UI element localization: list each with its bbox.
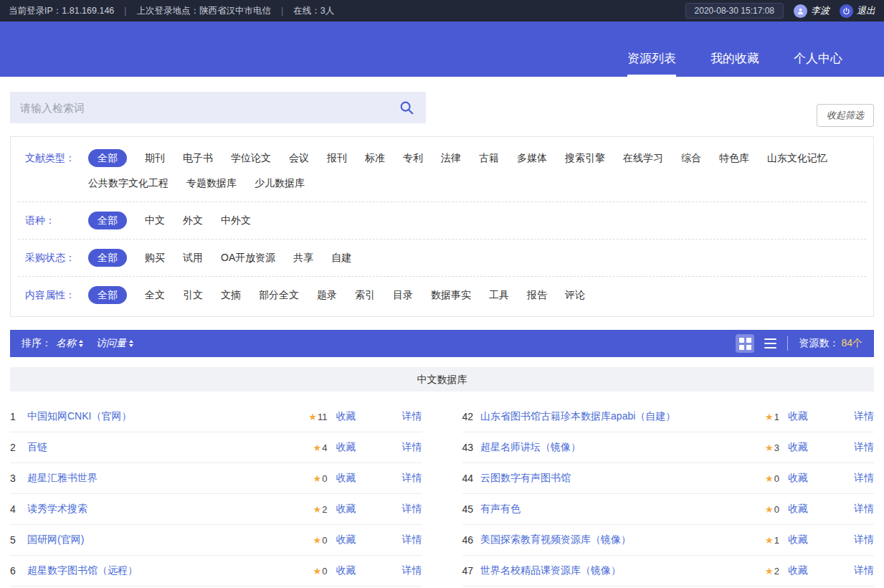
- filter-option[interactable]: 全部: [88, 149, 127, 167]
- detail-link[interactable]: 详情: [854, 472, 874, 485]
- search-input[interactable]: [10, 92, 426, 123]
- detail-link[interactable]: 详情: [402, 441, 422, 454]
- resource-name-link[interactable]: 百链: [27, 441, 306, 454]
- filter-option[interactable]: 报告: [527, 286, 547, 304]
- collect-link[interactable]: 收藏: [336, 534, 356, 546]
- filter-option[interactable]: 外文: [183, 212, 203, 229]
- detail-link[interactable]: 详情: [402, 564, 422, 577]
- nav-tab[interactable]: 我的收藏: [710, 50, 759, 77]
- filter-option[interactable]: 多媒体: [517, 149, 547, 167]
- filter-option[interactable]: 共享: [293, 249, 313, 267]
- user-menu[interactable]: 李波: [794, 4, 830, 18]
- detail-link[interactable]: 详情: [402, 534, 422, 546]
- filter-option[interactable]: 工具: [489, 286, 509, 304]
- sort-arrows-icon: [79, 340, 83, 347]
- sort-option[interactable]: 名称: [56, 337, 83, 350]
- collect-link[interactable]: 收藏: [788, 472, 808, 485]
- filter-option[interactable]: 山东文化记忆: [767, 149, 827, 167]
- grid-view-icon[interactable]: [736, 334, 754, 353]
- search-icon[interactable]: [399, 100, 414, 118]
- collect-link[interactable]: 收藏: [336, 410, 356, 423]
- logout-button[interactable]: 退出: [840, 4, 875, 18]
- filter-option[interactable]: 会议: [289, 149, 309, 167]
- filter-option[interactable]: 部分全文: [259, 286, 299, 304]
- filter-option[interactable]: 题录: [317, 286, 337, 304]
- collect-link[interactable]: 收藏: [788, 441, 808, 454]
- nav-tab[interactable]: 个人中心: [794, 50, 842, 77]
- filter-option[interactable]: 引文: [183, 286, 203, 304]
- resource-index: 4: [10, 503, 20, 515]
- filter-option[interactable]: 中外文: [221, 212, 251, 229]
- collect-link[interactable]: 收藏: [336, 564, 356, 577]
- resource-name-link[interactable]: 读秀学术搜索: [27, 503, 306, 516]
- collect-link[interactable]: 收藏: [788, 410, 808, 423]
- resource-name-link[interactable]: 山东省图书馆古籍珍本数据库apabi（自建）: [480, 410, 758, 423]
- detail-link[interactable]: 详情: [854, 564, 874, 577]
- detail-link[interactable]: 详情: [854, 534, 874, 546]
- filter-option[interactable]: 搜索引擎: [565, 149, 605, 167]
- collect-link[interactable]: 收藏: [336, 472, 356, 485]
- filter-option[interactable]: 索引: [355, 286, 375, 304]
- collect-link[interactable]: 收藏: [336, 503, 356, 516]
- filter-option[interactable]: 公共数字文化工程: [88, 174, 168, 192]
- resource-name-link[interactable]: 超星汇雅书世界: [27, 472, 306, 485]
- star-icon: ★: [765, 504, 774, 515]
- filter-label: 语种：: [25, 212, 88, 229]
- filter-option[interactable]: 评论: [565, 286, 585, 304]
- filter-option[interactable]: 文摘: [221, 286, 241, 304]
- filter-option[interactable]: 目录: [393, 286, 413, 304]
- resource-name-link[interactable]: 超星名师讲坛（镜像）: [480, 441, 758, 454]
- collect-link[interactable]: 收藏: [788, 534, 808, 546]
- filter-option[interactable]: 购买: [145, 249, 165, 267]
- filter-option[interactable]: 特色库: [719, 149, 749, 167]
- filter-option[interactable]: 全部: [88, 286, 127, 304]
- resource-name-link[interactable]: 超星数字图书馆（远程）: [27, 564, 306, 577]
- filter-option[interactable]: 专题数据库: [186, 174, 237, 192]
- nav-tab[interactable]: 资源列表: [627, 50, 676, 77]
- filter-option[interactable]: 全部: [88, 212, 127, 229]
- resource-row: 2百链★4收藏详情: [10, 432, 422, 463]
- main-header: 资源列表我的收藏个人中心: [0, 22, 884, 77]
- filter-option[interactable]: 法律: [441, 149, 461, 167]
- sort-option[interactable]: 访问量: [96, 337, 133, 350]
- collapse-filter-button[interactable]: 收起筛选: [817, 104, 874, 127]
- collect-link[interactable]: 收藏: [336, 441, 356, 454]
- resource-name-link[interactable]: 中国知网CNKI（官网）: [27, 410, 301, 423]
- resource-name-link[interactable]: 世界名校精品课资源库（镜像）: [480, 564, 758, 577]
- filter-option[interactable]: 古籍: [479, 149, 499, 167]
- collect-link[interactable]: 收藏: [788, 503, 808, 516]
- detail-link[interactable]: 详情: [402, 410, 422, 423]
- resource-index: 42: [462, 411, 474, 422]
- detail-link[interactable]: 详情: [854, 441, 874, 454]
- detail-link[interactable]: 详情: [402, 503, 422, 516]
- filter-option[interactable]: 试用: [183, 249, 203, 267]
- star-count: 4: [322, 442, 327, 453]
- resource-name-link[interactable]: 国研网(官网): [27, 534, 306, 546]
- detail-link[interactable]: 详情: [854, 503, 874, 516]
- detail-link[interactable]: 详情: [854, 410, 874, 423]
- resource-name-link[interactable]: 云图数字有声图书馆: [480, 472, 758, 485]
- filter-option[interactable]: 中文: [145, 212, 165, 229]
- filter-option[interactable]: 数据事实: [431, 286, 471, 304]
- list-view-icon[interactable]: [764, 338, 776, 348]
- filter-option[interactable]: 全文: [145, 286, 165, 304]
- filter-option[interactable]: 综合: [681, 149, 701, 167]
- filter-option[interactable]: 电子书: [183, 149, 213, 167]
- filter-option[interactable]: 专利: [403, 149, 423, 167]
- filter-options: 全部购买试用OA开放资源共享自建: [88, 249, 369, 267]
- search-section: 收起筛选: [0, 77, 884, 136]
- filter-option[interactable]: 学位论文: [231, 149, 271, 167]
- collect-link[interactable]: 收藏: [788, 564, 808, 577]
- filter-option[interactable]: 在线学习: [623, 149, 663, 167]
- filter-option[interactable]: 报刊: [327, 149, 347, 167]
- filter-option[interactable]: 标准: [365, 149, 385, 167]
- filter-option[interactable]: OA开放资源: [221, 249, 275, 267]
- sort-label: 排序：: [22, 337, 52, 350]
- resource-name-link[interactable]: 有声有色: [480, 503, 758, 516]
- detail-link[interactable]: 详情: [402, 472, 422, 485]
- filter-option[interactable]: 自建: [331, 249, 351, 267]
- filter-option[interactable]: 期刊: [145, 149, 165, 167]
- filter-option[interactable]: 少儿数据库: [255, 174, 305, 192]
- filter-option[interactable]: 全部: [88, 249, 127, 267]
- resource-name-link[interactable]: 美国探索教育视频资源库（镜像）: [480, 534, 758, 546]
